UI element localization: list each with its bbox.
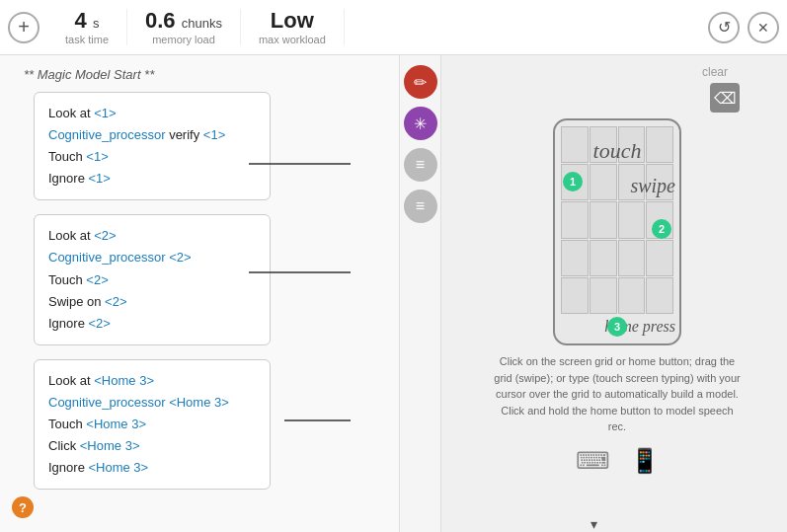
task-time-unit: s xyxy=(93,16,100,31)
add-button[interactable]: + xyxy=(8,12,39,43)
grid-cell[interactable] xyxy=(590,126,617,163)
grid-cell[interactable] xyxy=(618,201,646,238)
asterisk-icon: ✳ xyxy=(414,114,427,133)
top-bar: + 4 s task time 0.6 chunks memory load L… xyxy=(0,0,787,55)
memory-unit: chunks xyxy=(182,16,222,31)
step2-line4: Swipe on <2> xyxy=(48,291,256,313)
grid-cell[interactable] xyxy=(618,164,646,200)
memory-load-value: 0.6 chunks xyxy=(145,9,222,33)
help-button[interactable]: ? xyxy=(12,496,34,518)
pencil-icon: ✏ xyxy=(414,73,427,92)
asterisk-tool-button[interactable]: ✳ xyxy=(404,107,437,140)
task-time-item: 4 s task time xyxy=(47,9,127,44)
step2-card: Look at <2> Cognitive_processor <2> Touc… xyxy=(34,214,271,344)
left-panel: ** Magic Model Start ** Look at <1> Cogn… xyxy=(0,55,400,532)
grid-cell[interactable] xyxy=(646,277,673,314)
phone-device-icon[interactable]: 📱 xyxy=(630,447,660,475)
magic-model-title: ** Magic Model Start ** xyxy=(24,67,387,82)
memory-load-item: 0.6 chunks memory load xyxy=(127,9,241,44)
list2-icon: ≡ xyxy=(416,197,425,215)
step2-line5: Ignore <2> xyxy=(48,313,256,335)
pencil-tool-button[interactable]: ✏ xyxy=(404,65,437,99)
step3-line5: Ignore <Home 3> xyxy=(48,457,256,479)
phone-home-button[interactable]: 3 xyxy=(607,317,627,337)
step1-line3: Touch <1> xyxy=(48,146,256,168)
phone-marker-1[interactable]: 1 xyxy=(563,172,583,191)
memory-load-label: memory load xyxy=(152,34,215,45)
grid-cell[interactable] xyxy=(590,201,617,238)
grid-cell[interactable] xyxy=(618,240,646,276)
workload-item: Low max workload xyxy=(241,9,345,44)
down-arrow-button[interactable]: ▾ xyxy=(590,516,597,532)
grid-cell[interactable] xyxy=(561,240,589,276)
memory-number: 0.6 xyxy=(145,8,176,33)
workload-label: max workload xyxy=(259,34,326,45)
task-time-value: 4 s xyxy=(75,9,100,33)
grid-cell[interactable] xyxy=(618,277,646,314)
grid-cell[interactable] xyxy=(618,126,646,163)
keyboard-icon: ⌨ xyxy=(576,447,610,475)
grid-cell[interactable] xyxy=(646,164,673,200)
grid-cell[interactable] xyxy=(590,164,617,200)
main-area: ** Magic Model Start ** Look at <1> Cogn… xyxy=(0,55,787,532)
task-time-label: task time xyxy=(65,34,109,45)
grid-cell[interactable] xyxy=(561,126,589,163)
backspace-button[interactable]: ⌫ xyxy=(710,83,740,113)
grid-cell[interactable] xyxy=(646,126,673,163)
phone-area: clear ⌫ xyxy=(447,55,787,532)
grid-cell[interactable] xyxy=(646,240,673,276)
step3-card: Look at <Home 3> Cognitive_processor <Ho… xyxy=(34,359,271,490)
step1-card: Look at <1> Cognitive_processor verify <… xyxy=(34,92,271,200)
reload-button[interactable]: ↺ xyxy=(708,12,740,43)
list2-tool-button[interactable]: ≡ xyxy=(404,190,437,223)
list1-icon: ≡ xyxy=(416,156,425,174)
step2-line1: Look at <2> xyxy=(48,225,256,247)
device-icons: ⌨ 📱 xyxy=(576,447,660,475)
step1-line2: Cognitive_processor verify <1> xyxy=(48,124,256,146)
grid-cell[interactable] xyxy=(590,240,617,276)
workload-value: Low xyxy=(271,9,314,33)
phone-device: touch swipe home press 1 2 3 xyxy=(553,118,681,345)
list1-tool-button[interactable]: ≡ xyxy=(404,148,437,182)
phone-icon: 📱 xyxy=(630,447,660,475)
step1-line4: Ignore <1> xyxy=(48,168,256,190)
step2-line2: Cognitive_processor <2> xyxy=(48,247,256,268)
step3-line3: Touch <Home 3> xyxy=(48,414,256,435)
keyboard-device-icon[interactable]: ⌨ xyxy=(576,447,610,475)
phone-marker-2[interactable]: 2 xyxy=(652,219,671,239)
instructions-text: Click on the screen grid or home button;… xyxy=(494,353,741,435)
step1-line1: Look at <1> xyxy=(48,103,256,124)
sidebar-tools: ✏ ✳ ≡ ≡ xyxy=(400,55,441,532)
grid-cell[interactable] xyxy=(561,201,589,238)
step3-line4: Click <Home 3> xyxy=(48,435,256,457)
close-button[interactable]: ✕ xyxy=(748,12,779,43)
grid-cell[interactable] xyxy=(561,277,589,314)
step3-line1: Look at <Home 3> xyxy=(48,370,256,392)
grid-cell[interactable] xyxy=(590,277,617,314)
step2-line3: Touch <2> xyxy=(48,269,256,291)
clear-label: clear xyxy=(702,65,728,79)
step3-line2: Cognitive_processor <Home 3> xyxy=(48,392,256,414)
task-time-number: 4 xyxy=(75,8,87,33)
right-panel: ✏ ✳ ≡ ≡ clear ⌫ xyxy=(400,55,787,532)
